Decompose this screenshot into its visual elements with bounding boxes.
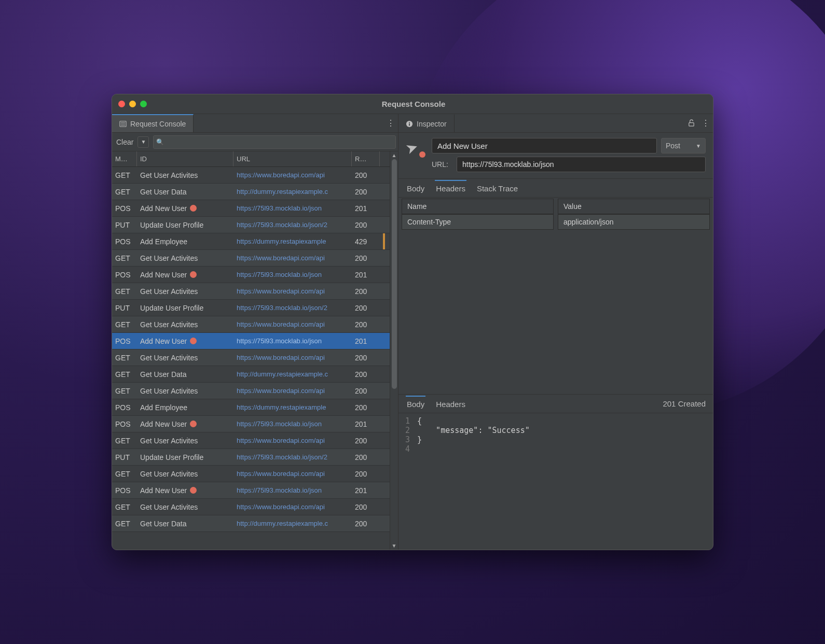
header-row[interactable]: Content-Typeapplication/json <box>402 214 710 230</box>
subtab-headers[interactable]: Headers <box>435 180 466 196</box>
col-status[interactable]: R… <box>352 151 380 166</box>
cell-spacer <box>380 399 390 415</box>
subtab-body[interactable]: Body <box>406 180 425 196</box>
cell-spacer <box>380 499 390 515</box>
unlock-button[interactable] <box>684 116 698 131</box>
subtab-stack-trace[interactable]: Stack Trace <box>476 180 519 196</box>
table-row[interactable]: GETGet User Activiteshttps://www.boredap… <box>112 349 390 366</box>
cell-status: 200 <box>352 217 380 233</box>
cell-status: 200 <box>352 366 380 382</box>
minimize-icon[interactable] <box>129 101 136 107</box>
cell-id: Add Employee <box>137 399 233 415</box>
maximize-icon[interactable] <box>140 101 147 107</box>
table-row[interactable]: POSAdd New Userhttps://75l93.mocklab.io/… <box>112 267 390 283</box>
header-name[interactable]: Content-Type <box>402 214 554 230</box>
resp-subtab-headers[interactable]: Headers <box>435 396 466 412</box>
scrollbar[interactable]: ▲ ▼ <box>390 151 398 550</box>
table-row[interactable]: GETGet User Datahttp://dummy.restapiexam… <box>112 366 390 383</box>
table-row[interactable]: PUTUpdate User Profilehttps://75l93.mock… <box>112 300 390 316</box>
line-number: 2 <box>398 426 417 435</box>
toolbar: Clear ▼ 🔍 <box>112 133 398 151</box>
table-body[interactable]: M… ID URL R… GETGet User Activiteshttps:… <box>112 151 390 550</box>
cell-method: GET <box>112 184 137 200</box>
table-row[interactable]: GETGet User Activiteshttps://www.boredap… <box>112 466 390 482</box>
cell-url: http://dummy.restapiexample.c <box>233 366 352 382</box>
cell-id: Add New User <box>137 416 233 432</box>
request-name-input[interactable] <box>432 138 657 153</box>
response-body[interactable]: 1{2 "message": "Success"3}4 <box>398 413 713 550</box>
table-row[interactable]: GETGet User Datahttp://dummy.restapiexam… <box>112 515 390 532</box>
cell-id: Update User Profile <box>137 217 233 233</box>
cell-spacer <box>380 333 390 349</box>
response-subtabs: Body Headers 201 Created <box>398 395 713 413</box>
cell-method: GET <box>112 316 137 332</box>
cell-method: POS <box>112 482 137 498</box>
table-row[interactable]: GETGet User Activiteshttps://www.boredap… <box>112 383 390 399</box>
cell-url: https://www.boredapi.com/api <box>233 250 352 266</box>
code-line: 2 "message": "Success" <box>398 426 713 435</box>
table-row[interactable]: POSAdd Employeehttps://dummy.restapiexam… <box>112 233 390 250</box>
tab-menu-button[interactable]: ⋮ <box>383 116 398 131</box>
cell-url: https://www.boredapi.com/api <box>233 283 352 299</box>
cell-method: GET <box>112 167 137 183</box>
table-row[interactable]: POSAdd New Userhttps://75l93.mocklab.io/… <box>112 333 390 349</box>
cell-id: Add New User <box>137 267 233 283</box>
tab-inspector[interactable]: Inspector <box>398 114 455 132</box>
table-row[interactable]: PUTUpdate User Profilehttps://75l93.mock… <box>112 449 390 466</box>
cell-spacer <box>380 217 390 233</box>
col-id[interactable]: ID <box>137 151 233 166</box>
cell-spacer <box>380 250 390 266</box>
col-method[interactable]: M… <box>112 151 137 166</box>
table-row[interactable]: POSAdd New Userhttps://75l93.mocklab.io/… <box>112 482 390 499</box>
cell-status: 429 <box>352 233 380 249</box>
cell-id: Get User Activites <box>137 383 233 399</box>
header-value[interactable]: application/json <box>558 214 710 230</box>
header-col-value[interactable]: Value <box>558 199 710 214</box>
line-number: 1 <box>398 416 417 426</box>
resp-subtab-body[interactable]: Body <box>406 396 425 412</box>
search-input[interactable] <box>153 135 396 149</box>
url-input[interactable] <box>457 157 706 172</box>
scroll-up-icon[interactable]: ▲ <box>392 151 397 159</box>
table-row[interactable]: POSAdd New Userhttps://75l93.mocklab.io/… <box>112 416 390 432</box>
header-col-name[interactable]: Name <box>402 199 554 214</box>
scroll-track[interactable] <box>392 159 397 542</box>
table-row[interactable]: GETGet User Activiteshttps://www.boredap… <box>112 316 390 333</box>
close-icon[interactable] <box>118 101 125 107</box>
cell-spacer <box>380 466 390 482</box>
scroll-thumb[interactable] <box>392 159 397 389</box>
warn-indicator <box>383 233 385 249</box>
cell-id: Get User Activites <box>137 316 233 332</box>
col-url[interactable]: URL <box>233 151 352 166</box>
cell-url: https://75l93.mocklab.io/json <box>233 416 352 432</box>
table-row[interactable]: GETGet User Activiteshttps://www.boredap… <box>112 283 390 300</box>
cell-id: Get User Activites <box>137 349 233 366</box>
table-row[interactable]: GETGet User Datahttp://dummy.restapiexam… <box>112 184 390 200</box>
chevron-down-icon: ▼ <box>696 143 701 149</box>
table-row[interactable]: PUTUpdate User Profilehttps://75l93.mock… <box>112 217 390 233</box>
headers-area: Name Value Content-Typeapplication/json <box>398 198 713 394</box>
table-row[interactable]: GETGet User Activiteshttps://www.boredap… <box>112 432 390 449</box>
cell-status: 201 <box>352 333 380 349</box>
svg-rect-6 <box>409 122 410 123</box>
table-row[interactable]: GETGet User Activiteshttps://www.boredap… <box>112 167 390 184</box>
cell-status: 200 <box>352 184 380 200</box>
clear-button[interactable]: Clear <box>114 137 135 147</box>
scroll-down-icon[interactable]: ▼ <box>392 542 397 550</box>
table-row[interactable]: GETGet User Activiteshttps://www.boredap… <box>112 499 390 515</box>
filter-dropdown[interactable]: ▼ <box>138 136 149 148</box>
table-row[interactable]: POSAdd Employeehttps://dummy.restapiexam… <box>112 399 390 416</box>
cell-id: Update User Profile <box>137 449 233 465</box>
cell-id: Get User Activites <box>137 167 233 183</box>
table-row[interactable]: GETGet User Activiteshttps://www.boredap… <box>112 250 390 267</box>
cell-spacer <box>380 482 390 498</box>
cell-id: Get User Data <box>137 184 233 200</box>
inspector-menu-button[interactable]: ⋮ <box>698 116 713 131</box>
line-number: 4 <box>398 444 417 454</box>
method-select[interactable]: Post ▼ <box>661 138 706 153</box>
cell-method: GET <box>112 349 137 366</box>
cell-id: Get User Activites <box>137 250 233 266</box>
code-line: 1{ <box>398 416 713 426</box>
tab-request-console[interactable]: Request Console <box>112 114 194 132</box>
table-row[interactable]: POSAdd New Userhttps://75l93.mocklab.io/… <box>112 200 390 217</box>
